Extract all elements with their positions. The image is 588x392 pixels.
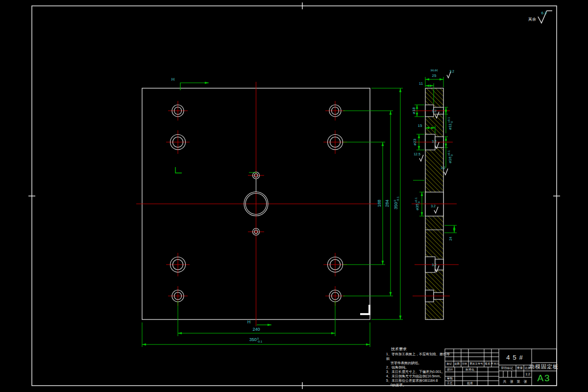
weight-label: 重量 bbox=[517, 367, 523, 369]
note-line: 0的要求。 bbox=[386, 383, 452, 387]
section-label-bottom: H bbox=[247, 320, 251, 324]
dim-cbore-dia-top-label: ø18 bbox=[412, 107, 416, 114]
corner-mark bbox=[360, 305, 369, 314]
corner-roughness-value: 6.3 bbox=[541, 11, 546, 15]
note-line: 1、零件加工表面上，不应有划痕、擦伤等损 bbox=[386, 352, 452, 361]
dim-cbore-depth-top-label: 11 bbox=[419, 82, 423, 86]
main-view bbox=[136, 82, 403, 347]
sheet-size: A3 bbox=[537, 373, 550, 383]
section-label-top: H bbox=[172, 77, 175, 82]
note-line: 4、未注倒角尺寸为锐边倒口0.5mm。 bbox=[386, 374, 452, 378]
dim-350-right-label: 3500-0.1 bbox=[394, 196, 399, 209]
stage-label: 阶段标记 bbox=[501, 367, 513, 369]
note-line: 5、未注形位公差要求按GB1184-8 bbox=[386, 378, 452, 383]
role-check: 审核 bbox=[447, 377, 453, 380]
material-label: 45# bbox=[506, 354, 526, 361]
dimension-lines bbox=[142, 88, 403, 347]
dim-cbore-depth-mid-label: 15 bbox=[418, 124, 422, 128]
roughness-value-c: 3.2 bbox=[432, 263, 437, 267]
part-name: 动模固定板 bbox=[529, 364, 559, 369]
dim-350-bottom-label: 3500-0.1 bbox=[249, 338, 262, 343]
section-title: H-H bbox=[431, 69, 438, 73]
roughness-value-b: 3.2 bbox=[432, 140, 437, 143]
cad-drawing bbox=[0, 0, 588, 392]
roughness-value-a: 3.2 bbox=[432, 109, 437, 113]
cad-viewport: 240 3500-0.1 188 284 3500-0.1 H H H-H 25… bbox=[0, 0, 588, 392]
pages-text: 共 张 第 张 bbox=[503, 380, 527, 383]
role-process: 工艺 bbox=[447, 382, 453, 385]
notes-title: 技术要求 bbox=[391, 347, 452, 351]
rev-header-sign: 签名 bbox=[485, 363, 490, 366]
roughness-value-top: 3.2 bbox=[449, 70, 454, 73]
rev-header-date: 年月日 bbox=[491, 363, 499, 366]
technical-notes: 技术要求 1、零件加工表面上，不应有划痕、擦伤等损 害零件表面的缺陷。 2、锐角… bbox=[386, 347, 452, 387]
dim-cbore-dia-mid-label: ø23 bbox=[413, 139, 417, 146]
sheet-border bbox=[28, 2, 560, 389]
bolt-holes bbox=[171, 105, 343, 302]
dim-240-label: 240 bbox=[252, 327, 260, 332]
roughness-value-center: 3.2 bbox=[431, 204, 436, 208]
scale-value: 1:2 bbox=[525, 372, 530, 376]
dim-thickness-label: 25 bbox=[432, 74, 437, 78]
role-design: 设计 bbox=[447, 368, 453, 371]
note-line: 2、锐角倒钝。 bbox=[386, 365, 452, 369]
dim-hole-mid-label: ø16+0.10 bbox=[448, 150, 453, 164]
corner-roughness-prefix: 其余 bbox=[528, 18, 536, 22]
dim-right-small-label: 24 bbox=[449, 237, 452, 241]
dim-284-label: 284 bbox=[385, 199, 390, 207]
dim-center-hole-label: ø35+0.10 bbox=[415, 197, 420, 211]
note-line: 害零件表面的缺陷。 bbox=[386, 361, 452, 365]
role-approve: 批准 bbox=[467, 382, 473, 385]
rev-header-count: 处数 bbox=[455, 363, 460, 366]
dim-hole-top-label: ø11+0.10 bbox=[448, 117, 453, 130]
center-lines bbox=[136, 82, 377, 326]
rev-header-mark: 标记 bbox=[447, 363, 452, 366]
datum-l-mark bbox=[175, 167, 182, 173]
dim-188-label: 188 bbox=[377, 199, 382, 207]
rev-header-docno: 更改文件号 bbox=[469, 363, 483, 366]
note-line: 3、未注长度尺寸上、下偏差为0.001。 bbox=[386, 369, 452, 374]
role-standardization: 标准化 bbox=[466, 368, 474, 371]
roughness-value-left: 12.5 bbox=[414, 152, 420, 156]
rev-header-zone: 分区 bbox=[462, 363, 467, 366]
roughness-value-right: 3.2 bbox=[441, 166, 445, 170]
